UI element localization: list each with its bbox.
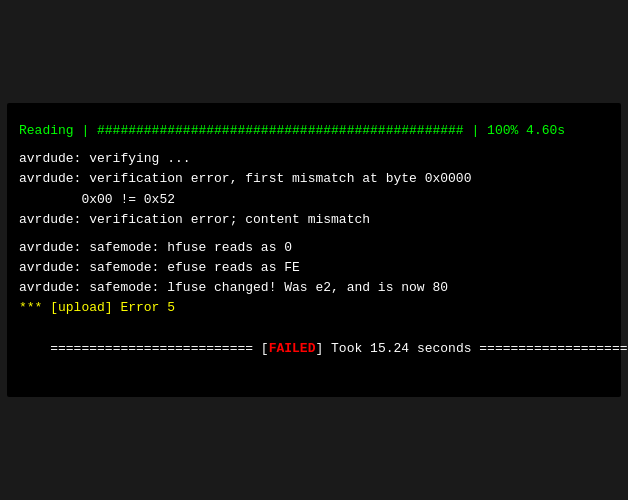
reading-progress-line: Reading | ##############################…: [19, 121, 609, 141]
spacer-2: [19, 230, 609, 238]
failed-word: FAILED: [269, 341, 316, 356]
failed-summary-line: ========================== [FAILED] Took…: [19, 318, 609, 378]
verification-detail-line: 0x00 != 0x52: [19, 190, 609, 210]
spacer-1: [19, 141, 609, 149]
safemode-efuse-line: avrdude: safemode: efuse reads as FE: [19, 258, 609, 278]
verifying-line: avrdude: verifying ...: [19, 149, 609, 169]
verification-error-line1: avrdude: verification error, first misma…: [19, 169, 609, 189]
verification-error-line2: avrdude: verification error; content mis…: [19, 210, 609, 230]
failed-suffix: ] Took 15.24 seconds ===================…: [315, 341, 628, 356]
failed-prefix: ========================== [: [50, 341, 268, 356]
safemode-lfuse-line: avrdude: safemode: lfuse changed! Was e2…: [19, 278, 609, 298]
upload-error-line: *** [upload] Error 5: [19, 298, 609, 318]
safemode-hfuse-line: avrdude: safemode: hfuse reads as 0: [19, 238, 609, 258]
terminal-window: Reading | ##############################…: [7, 103, 621, 397]
